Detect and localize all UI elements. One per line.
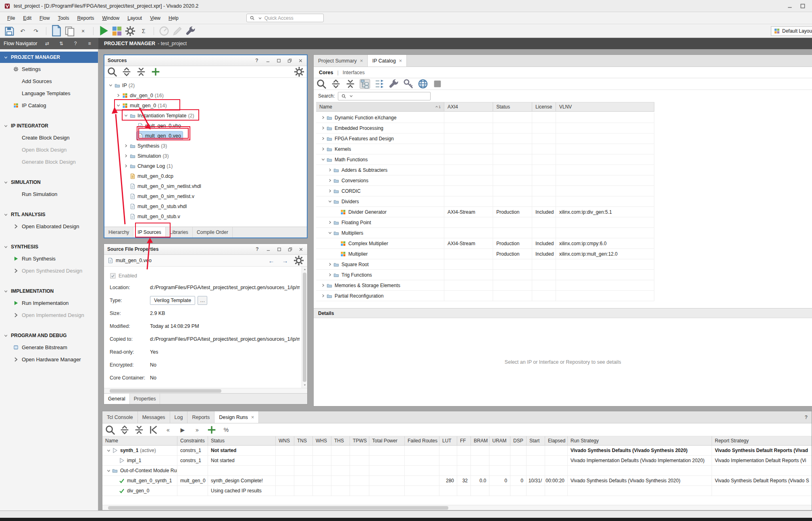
chevron-down-icon[interactable] — [3, 288, 9, 294]
catalog-license-key-button[interactable] — [403, 79, 414, 89]
quick-access-input[interactable]: Quick Access — [246, 14, 324, 22]
gauge-button[interactable] — [159, 26, 169, 36]
horizontal-scroll-thumb[interactable] — [110, 389, 221, 393]
catalog-row-partial-reconfiguration[interactable]: Partial Reconfiguration — [316, 291, 654, 301]
sources-close-button[interactable] — [297, 57, 304, 64]
scroll-up-icon[interactable] — [303, 267, 306, 272]
catalog-expand-all-button[interactable] — [345, 79, 356, 89]
nav-item-add-sources[interactable]: Add Sources — [0, 75, 98, 87]
chevron-down-icon[interactable] — [3, 212, 9, 218]
runs-column-ths[interactable]: THS — [331, 436, 350, 445]
runs-column-tpws[interactable]: TPWS — [350, 436, 369, 445]
nav-item-open-implemented-design[interactable]: Open Implemented Design — [0, 309, 98, 321]
chevron-right-icon[interactable] — [320, 135, 326, 142]
runs-percent-button[interactable]: % — [221, 425, 231, 435]
catalog-search-button[interactable] — [316, 79, 327, 89]
catalog-subtab-interfaces[interactable]: Interfaces — [343, 70, 365, 75]
save-button[interactable] — [4, 26, 15, 36]
runs-add-button[interactable] — [206, 425, 217, 435]
properties-float-button[interactable] — [287, 246, 293, 252]
type-more-button[interactable]: … — [198, 296, 207, 305]
menu-flow[interactable]: Flow — [35, 14, 54, 22]
properties-close-button[interactable] — [298, 246, 304, 252]
catalog-search-input[interactable] — [338, 92, 431, 100]
nav-section-header-synthesis[interactable]: SYNTHESIS — [0, 241, 98, 252]
runs-play-button[interactable]: ▶ — [177, 425, 188, 435]
nav-section-header-implementation[interactable]: IMPLEMENTATION — [0, 286, 98, 297]
redo-button[interactable]: ↷ — [31, 26, 41, 36]
window-minimize-button[interactable] — [787, 3, 793, 9]
chevron-right-icon[interactable] — [320, 125, 326, 131]
type-dropdown[interactable]: Verilog Template — [150, 296, 195, 305]
catalog-group-view-button[interactable] — [360, 79, 370, 89]
catalog-row-conversions[interactable]: Conversions — [316, 175, 654, 186]
enabled-checkbox[interactable] — [110, 273, 116, 279]
copy-button[interactable] — [65, 26, 75, 36]
chevron-right-icon[interactable] — [327, 167, 333, 173]
runs-collapse-all-button[interactable] — [119, 425, 130, 435]
catalog-web-button[interactable] — [418, 79, 428, 89]
close-tab-icon[interactable]: × — [251, 414, 254, 420]
pencil-button[interactable] — [172, 26, 183, 36]
bottom-tab-reports[interactable]: Reports — [187, 411, 214, 423]
menu-window[interactable]: Window — [98, 14, 123, 22]
nav-section-header-rtl-analysis[interactable]: RTL ANALYSIS — [0, 209, 98, 220]
runs-expand-all-button[interactable] — [134, 425, 144, 435]
runs-column-uram[interactable]: URAM — [489, 436, 510, 445]
runs-column-failed-routes[interactable]: Failed Routes — [405, 436, 439, 445]
chevron-down-icon[interactable] — [3, 333, 9, 339]
source-tree-item-synthesis[interactable]: Synthesis(3) — [104, 141, 307, 151]
document-tab-project-summary[interactable]: Project Summary× — [314, 55, 368, 67]
chevron-right-icon[interactable] — [123, 163, 129, 169]
chevron-right-icon[interactable] — [327, 219, 333, 225]
nav-item-open-block-design[interactable]: Open Block Design — [0, 144, 98, 156]
catalog-column-license[interactable]: License — [532, 102, 556, 111]
window-maximize-button[interactable] — [800, 3, 806, 9]
help-icon[interactable]: ? — [805, 411, 812, 423]
source-tree-item-mult-gen-0-veo[interactable]: mult_gen_0.veo — [104, 131, 307, 141]
chevron-right-icon[interactable] — [327, 188, 333, 194]
sources-expand-all-button[interactable] — [136, 67, 146, 77]
source-tree-item-mult-gen-0[interactable]: mult_gen_0(14) — [104, 100, 307, 110]
chevron-right-icon[interactable] — [123, 143, 129, 149]
runs-column-report-strategy[interactable]: Report Strategy — [712, 436, 812, 445]
nav-item-run-implementation[interactable]: Run Implementation — [0, 297, 98, 309]
bottom-tab-tcl-console[interactable]: Tcl Console — [102, 411, 138, 423]
catalog-column-vlnv[interactable]: VLNV — [556, 102, 654, 111]
runs-column-ff[interactable]: FF — [457, 436, 471, 445]
catalog-row-adders-subtracters[interactable]: Adders & Subtracters — [316, 165, 654, 175]
sources-add-button[interactable] — [150, 67, 161, 77]
catalog-row-square-root[interactable]: Square Root — [316, 259, 654, 270]
sources-settings-button[interactable] — [294, 67, 304, 77]
chevron-right-icon[interactable] — [327, 261, 333, 267]
sources-tab-compile-order[interactable]: Compile Order — [193, 227, 233, 238]
runs-column-lut[interactable]: LUT — [439, 436, 457, 445]
source-tree-item-mult-gen-0-vho[interactable]: mult_gen_0.vho — [104, 121, 307, 131]
runs-first-button[interactable] — [148, 425, 159, 435]
runs-column-dsp[interactable]: DSP — [510, 436, 527, 445]
vertical-scroll-thumb[interactable] — [303, 273, 306, 382]
runs-column-wns[interactable]: WNS — [276, 436, 294, 445]
runs-column-total-power[interactable]: Total Power — [369, 436, 405, 445]
chevron-down-icon[interactable] — [327, 230, 333, 236]
catalog-row-kernels[interactable]: Kernels — [316, 144, 654, 154]
swap-icon[interactable]: ⇄ — [42, 39, 52, 48]
chevron-down-icon[interactable] — [3, 179, 9, 185]
close-tab-icon[interactable]: × — [399, 58, 402, 64]
catalog-column-axi4[interactable]: AXI4 — [444, 102, 493, 111]
sources-tab-libraries[interactable]: Libraries — [166, 227, 193, 238]
nav-item-open-synthesized-design[interactable]: Open Synthesized Design — [0, 265, 98, 277]
runs-column-name[interactable]: Name — [102, 436, 177, 445]
nav-item-open-elaborated-design[interactable]: Open Elaborated Design — [0, 220, 98, 232]
catalog-customize-button[interactable] — [389, 79, 399, 89]
properties-maximize-button[interactable] — [276, 246, 282, 252]
sources-search-button[interactable] — [107, 67, 117, 77]
catalog-column-status[interactable]: Status — [493, 102, 532, 111]
nav-section-header-simulation[interactable]: SIMULATION — [0, 177, 98, 188]
catalog-column-name[interactable]: Name1 — [316, 102, 444, 111]
runs-column-status[interactable]: Status — [208, 436, 276, 445]
scroll-down-icon[interactable] — [303, 383, 306, 388]
properties-help-button[interactable]: ? — [254, 246, 260, 252]
chevron-right-icon[interactable] — [320, 115, 326, 121]
catalog-row-complex-multiplier[interactable]: Complex MultiplierAXI4-StreamProductionI… — [316, 238, 654, 249]
